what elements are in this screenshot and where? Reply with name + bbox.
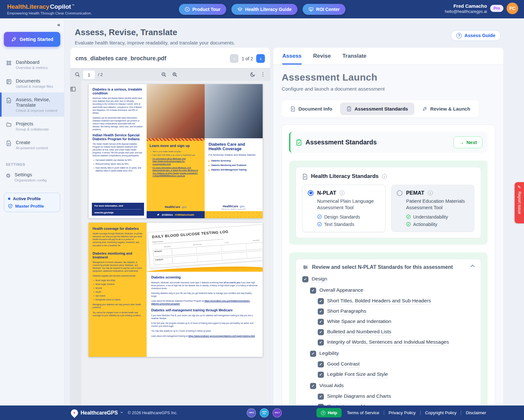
brochure-paragraph: Diabetes can be prevented with early int… <box>92 116 143 131</box>
standard-checkbox-row[interactable]: ✓Short Paragraphs <box>318 308 474 315</box>
standard-checkbox-row[interactable]: ✓Visual Aids <box>310 383 474 389</box>
assess-guide-button[interactable]: ? Assess Guide <box>451 30 501 41</box>
dark-mode-moon-icon[interactable] <box>250 72 255 77</box>
step-review-launch[interactable]: Review & Launch <box>416 103 477 115</box>
checkbox-checked-icon[interactable]: ✓ <box>318 372 324 378</box>
page-number-input[interactable] <box>83 71 95 79</box>
brochure-paragraph: You may also qualify for up to 2 hours o… <box>151 329 258 332</box>
standard-checkbox-row[interactable]: ✓Legibility <box>310 350 474 357</box>
standard-checkbox-row[interactable]: ✓Good Contrast <box>318 361 474 368</box>
brochure-paragraph: Learn about the Medicare Diabetes Preven… <box>151 299 258 305</box>
option-nplat[interactable]: N-PLAT i Numerical Plain Language Assess… <box>302 185 385 232</box>
health-literacy-guide-button[interactable]: Health Literacy Guide <box>231 4 297 15</box>
getting-started-button[interactable]: Getting Started <box>4 32 60 47</box>
sidebar-item-documents[interactable]: DocumentsUpload & manage files <box>0 74 64 93</box>
brochure-paragraph: Learn about self-management training at … <box>151 335 258 337</box>
brochure-link[interactable]: www.ihs.gov/sdpi <box>94 209 141 214</box>
sidebar-item-create[interactable]: CreateAI-powered content <box>0 135 64 154</box>
standard-checkbox-row[interactable]: ✓Design <box>302 276 474 283</box>
file-icon <box>302 173 308 180</box>
info-icon[interactable]: i <box>340 190 344 195</box>
prev-document-button[interactable]: ‹ <box>230 54 238 63</box>
checkbox-checked-icon[interactable]: ✓ <box>318 394 324 400</box>
social-handle: @CMSGov <box>161 214 173 216</box>
tab-translate[interactable]: Translate <box>342 53 366 64</box>
social-hashtag: #CMSNativeHealth <box>175 214 194 216</box>
checkbox-checked-icon[interactable]: ✓ <box>318 329 324 335</box>
brochure-cover-item: Diabetes Monitoring and Treatment <box>209 164 259 167</box>
roi-center-button[interactable]: ROI Center <box>303 4 345 15</box>
checkbox-checked-icon[interactable]: ✓ <box>318 298 324 304</box>
standard-checkbox-row[interactable]: ✓Short Titles, Bolded Headers and Sub He… <box>318 298 474 305</box>
sidebar-item-dashboard[interactable]: DashboardOverview & metrics <box>0 55 64 74</box>
zoom-out-icon[interactable] <box>161 72 167 77</box>
standard-check-item: Text Standards <box>317 222 380 227</box>
active-profile-row[interactable]: Active Profile <box>8 196 56 201</box>
footer-link-copyright[interactable]: Copyright Policy <box>420 410 457 415</box>
brochure-cover-subtitle: For American Indians and Alaska Natives <box>209 153 259 157</box>
standard-checkbox-row[interactable]: ✓Overall Appearance <box>310 287 474 294</box>
question-circle-icon: ? <box>456 33 462 38</box>
checkbox-checked-icon[interactable]: ✓ <box>310 351 316 357</box>
standard-checkbox-row[interactable]: ✓Legible Font Size and Style <box>318 371 474 378</box>
master-profile-row[interactable]: Master Profile <box>8 204 56 209</box>
sidebar-item-settings[interactable]: ⚙ SettingsOrganization config <box>0 168 64 186</box>
healthcare-gov-logo: HealthCare.gov <box>150 204 202 210</box>
brochure-list-item: therapeutic shoes or inserts <box>93 298 143 301</box>
brochure-paragraph: Management of chronic diseases, like dia… <box>92 261 143 273</box>
sidebar-item-projects[interactable]: ProjectsGroup & collaborate <box>0 117 64 135</box>
radio-selected-icon[interactable] <box>308 190 314 196</box>
tab-assess[interactable]: Assess <box>282 53 302 64</box>
info-icon[interactable]: i <box>428 190 433 195</box>
checkbox-checked-icon[interactable]: ✓ <box>310 383 316 389</box>
info-icon[interactable]: i <box>382 174 387 179</box>
brochure-heading: Diabetes screening <box>151 276 258 279</box>
help-button[interactable]: ? Help <box>316 408 342 417</box>
brochure-paragraph: American Indian and Alaska Native (AI/AN… <box>92 97 143 114</box>
brochure-paragraph: Medicare, Medicaid, and private insuranc… <box>151 281 258 290</box>
pdf-canvas[interactable]: Diabetes is a serious, treatable conditi… <box>70 81 270 405</box>
tab-revise[interactable]: Revise <box>313 53 331 64</box>
search-icon[interactable] <box>75 72 80 77</box>
checkbox-checked-icon[interactable]: ✓ <box>302 276 308 282</box>
option-pemat[interactable]: PEMAT i Patient Education Materials Asse… <box>391 185 474 232</box>
standard-checkbox-row[interactable]: ✓White Space and Indentation <box>318 318 474 325</box>
avatar[interactable]: FC <box>507 3 518 14</box>
report-issue-tab[interactable]: ✎ Report issue <box>515 182 524 223</box>
graduation-cap-icon <box>237 7 243 12</box>
assessment-launch-title: Assessment Launch <box>282 72 495 83</box>
standard-checkbox-row[interactable]: ✓Simple Diagrams and Charts <box>318 393 474 400</box>
folder-icon <box>6 122 12 128</box>
footer-logo: + HealthcareGPS ™ © 2026 HealthcareGPS I… <box>71 409 178 416</box>
profile-box: Active Profile Master Profile <box>4 193 60 212</box>
footer-link-privacy[interactable]: Privacy Policy <box>384 410 416 415</box>
document-viewer-panel: cms_diabetes care_brochure.pdf ‹ 1 of 2 … <box>70 48 270 405</box>
pdf-page-1: Diabetes is a serious, treatable conditi… <box>89 84 263 218</box>
sidebar-item-assess-revise-translate[interactable]: Assess, Revise, TranslateCheck & improve… <box>0 93 64 117</box>
more-options-icon[interactable]: ⋮ <box>260 71 266 77</box>
checkbox-checked-icon[interactable]: ✓ <box>318 361 324 367</box>
product-tour-button[interactable]: Product Tour <box>179 4 226 15</box>
step-document-info[interactable]: Document Info <box>284 103 339 115</box>
thumbnail-panel-icon[interactable] <box>70 87 81 92</box>
brand-tagline: Empowering Health Through Clear Communic… <box>7 11 92 15</box>
assessment-launch-subtitle: Configure and launch a document assessme… <box>282 86 495 92</box>
brochure-link[interactable]: https://www.medicare.gov/coverage/diabet… <box>188 335 255 337</box>
step-assessment-standards[interactable]: Assessment Standards <box>340 103 414 115</box>
sidebar-collapse-icon[interactable]: « <box>57 22 60 28</box>
brochure-info-banner: For more information, visit www.ihs.gov/… <box>92 203 144 216</box>
checkbox-checked-icon[interactable]: ✓ <box>318 319 324 325</box>
chevron-up-icon[interactable] <box>470 264 475 268</box>
checkbox-checked-icon[interactable]: ✓ <box>318 308 324 315</box>
footer-link-disclaimer[interactable]: Disclaimer <box>461 410 486 415</box>
brochure-list-item: eye exams <box>93 295 143 298</box>
checkbox-checked-icon[interactable]: ✓ <box>310 288 316 294</box>
radio-unselected-icon[interactable] <box>397 190 403 196</box>
next-button[interactable]: → Next <box>453 136 482 148</box>
checkbox-checked-icon[interactable]: ✓ <box>318 339 324 346</box>
next-document-button[interactable]: › <box>256 54 265 63</box>
standard-checkbox-row[interactable]: ✓Integrity of Words, Sentences and Indiv… <box>318 339 474 346</box>
zoom-in-icon[interactable] <box>172 72 178 77</box>
footer-link-terms[interactable]: Terms of Service <box>347 410 379 415</box>
standard-checkbox-row[interactable]: ✓Bulleted and Numbered Lists <box>318 329 474 336</box>
